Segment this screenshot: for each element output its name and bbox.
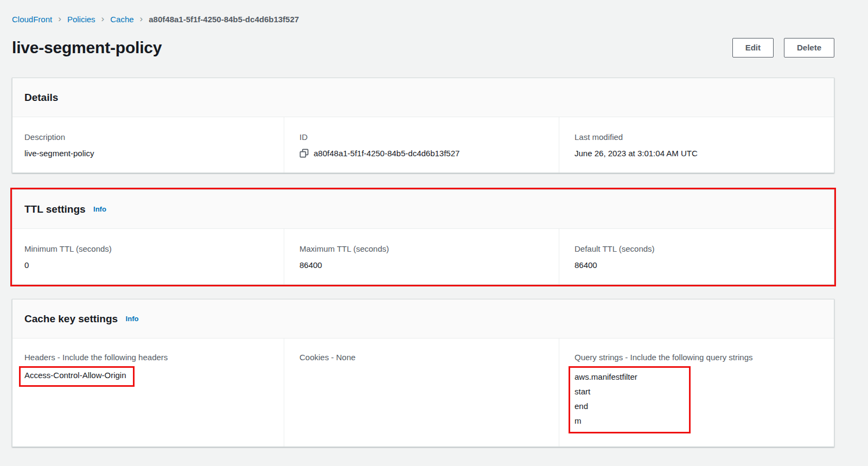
cache-key-settings-card-header: Cache key settings Info [12,299,834,339]
headers-field: Headers - Include the following headers … [12,339,284,446]
maximum-ttl-label: Maximum TTL (seconds) [299,244,548,254]
breadcrumb-current-policy-id: a80f48a1-5f1f-4250-84b5-dc4d6b13f527 [149,15,299,24]
details-card-content: Description live-segment-policy ID a80f4… [12,117,834,173]
cache-key-settings-card-title: Cache key settings [24,313,118,324]
maximum-ttl-field: Maximum TTL (seconds) 86400 [284,229,559,284]
ttl-settings-card-title: TTL settings [24,203,86,215]
cookies-field: Cookies - None [284,339,559,446]
cache-key-settings-info-link[interactable]: Info [126,315,139,323]
ttl-settings-card-content: Minimum TTL (seconds) 0 Maximum TTL (sec… [12,229,834,284]
maximum-ttl-value: 86400 [299,260,548,270]
last-modified-field: Last modified June 26, 2023 at 3:01:04 A… [559,117,834,173]
headers-value: Access-Control-Allow-Origin [24,370,126,380]
minimum-ttl-value: 0 [24,260,273,270]
id-field: ID a80f48a1-5f1f-4250-84b5-dc4d6b13f527 [284,117,559,173]
cloudfront-cache-policy-page: CloudFront › Policies › Cache › a80f48a1… [0,0,868,447]
minimum-ttl-field: Minimum TTL (seconds) 0 [12,229,284,284]
query-string-item: start [575,384,682,399]
default-ttl-field: Default TTL (seconds) 86400 [559,229,834,284]
id-value-row: a80f48a1-5f1f-4250-84b5-dc4d6b13f527 [299,148,548,158]
id-label: ID [299,132,548,142]
cache-key-settings-card-content: Headers - Include the following headers … [12,339,834,446]
query-strings-label: Query strings - Include the following qu… [575,352,823,362]
breadcrumb-policies[interactable]: Policies [67,15,95,24]
ttl-settings-card-header: TTL settings Info [12,190,834,229]
query-string-item: m [575,413,682,428]
breadcrumb-cache[interactable]: Cache [110,15,133,24]
edit-button[interactable]: Edit [732,38,774,58]
header-actions: Edit Delete [732,38,834,58]
copy-icon[interactable] [299,149,309,158]
description-label: Description [24,132,273,142]
id-value: a80f48a1-5f1f-4250-84b5-dc4d6b13f527 [314,148,459,158]
ttl-settings-info-link[interactable]: Info [93,205,106,213]
headers-label: Headers - Include the following headers [24,352,273,362]
last-modified-label: Last modified [575,132,823,142]
ttl-settings-card: TTL settings Info Minimum TTL (seconds) … [12,189,834,285]
details-card-title: Details [24,92,58,103]
page-header: live-segment-policy Edit Delete [12,38,834,58]
query-string-item: end [575,399,682,413]
chevron-right-icon: › [58,14,61,23]
default-ttl-value: 86400 [575,260,823,270]
delete-button[interactable]: Delete [784,38,834,58]
description-value: live-segment-policy [24,148,273,158]
last-modified-value: June 26, 2023 at 3:01:04 AM UTC [575,148,823,158]
cookies-label: Cookies - None [299,352,548,362]
chevron-right-icon: › [140,14,143,23]
query-strings-annotation-box: aws.manifestfilter start end m [569,366,691,433]
page-title: live-segment-policy [12,39,162,57]
breadcrumb: CloudFront › Policies › Cache › a80f48a1… [12,15,834,24]
query-strings-field: Query strings - Include the following qu… [559,339,834,446]
cache-key-settings-card: Cache key settings Info Headers - Includ… [12,299,834,447]
headers-annotation-box: Access-Control-Allow-Origin [19,366,135,387]
minimum-ttl-label: Minimum TTL (seconds) [24,244,273,254]
breadcrumb-cloudfront[interactable]: CloudFront [12,15,52,24]
details-card: Details Description live-segment-policy … [12,78,834,173]
chevron-right-icon: › [101,14,105,23]
details-card-header: Details [12,78,834,117]
description-field: Description live-segment-policy [12,117,284,173]
default-ttl-label: Default TTL (seconds) [575,244,823,254]
query-string-item: aws.manifestfilter [575,369,682,384]
